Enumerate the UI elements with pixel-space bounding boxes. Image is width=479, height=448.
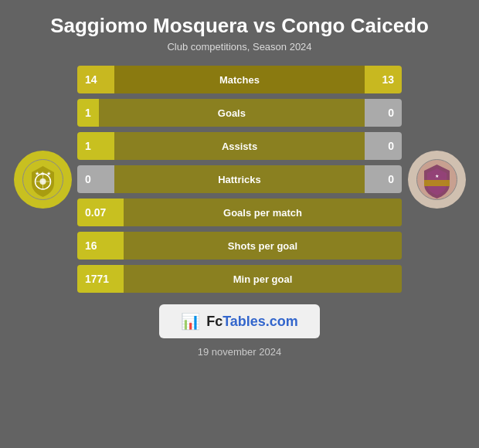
shots-per-goal-value: 16 <box>77 232 124 260</box>
goals-per-match-bar: 0.07 Goals per match <box>77 199 402 226</box>
min-per-goal-label: Min per goal <box>124 265 402 293</box>
svg-rect-7 <box>424 180 450 186</box>
min-per-goal-row: 1771 Min per goal <box>77 264 402 294</box>
goals-left-value: 1 <box>77 99 99 127</box>
goals-per-match-label: Goals per match <box>124 199 402 226</box>
assists-right-value: 0 <box>365 132 402 160</box>
fctables-banner[interactable]: 📊 FcTables.com <box>159 304 320 338</box>
goals-right-value: 0 <box>365 99 402 127</box>
matches-left-value: 14 <box>77 66 114 93</box>
shots-per-goal-bar: 16 Shots per goal <box>77 232 402 260</box>
fctables-text-accent: Tables.com <box>223 314 298 329</box>
fctables-chart-icon: 📊 <box>181 312 200 331</box>
min-per-goal-value: 1771 <box>77 265 124 293</box>
assists-row: 1 Assists 0 <box>77 131 402 161</box>
fctables-label: FcTables.com <box>206 314 298 330</box>
footer-date: 19 november 2024 <box>198 346 281 358</box>
goals-per-match-value: 0.07 <box>77 199 124 226</box>
matches-right-value: 13 <box>365 66 402 93</box>
left-logo-circle: ★ ★ ★ <box>14 151 72 209</box>
stats-area: 14 Matches 13 1 Goals 0 1 Assists 0 <box>77 65 402 294</box>
goals-label: Goals <box>99 99 365 127</box>
page-subtitle: Club competitions, Season 2024 <box>167 41 311 53</box>
goals-per-match-row: 0.07 Goals per match <box>77 198 402 227</box>
assists-bar: 1 Assists 0 <box>77 132 402 160</box>
goals-row: 1 Goals 0 <box>77 98 402 127</box>
main-content-area: ★ ★ ★ 14 Matches 13 1 Goals 0 <box>8 65 471 294</box>
hattricks-bar: 0 Hattricks 0 <box>77 165 402 193</box>
shots-per-goal-row: 16 Shots per goal <box>77 231 402 260</box>
svg-text:★: ★ <box>435 174 439 178</box>
left-team-logo: ★ ★ ★ <box>8 151 77 209</box>
hattricks-left-value: 0 <box>77 165 114 193</box>
right-team-emblem: ★ <box>416 158 458 201</box>
shots-per-goal-label: Shots per goal <box>124 232 402 260</box>
min-per-goal-bar: 1771 Min per goal <box>77 265 402 293</box>
hattricks-label: Hattricks <box>114 165 365 193</box>
matches-bar: 14 Matches 13 <box>77 66 402 93</box>
right-logo-circle: ★ <box>408 151 466 209</box>
hattricks-row: 0 Hattricks 0 <box>77 165 402 194</box>
main-container: Saggiomo Mosquera vs Congo Caicedo Club … <box>0 0 479 448</box>
hattricks-right-value: 0 <box>365 165 402 193</box>
fctables-text-plain: Fc <box>206 314 223 329</box>
page-title: Saggiomo Mosquera vs Congo Caicedo <box>50 14 429 38</box>
assists-left-value: 1 <box>77 132 114 160</box>
left-team-emblem: ★ ★ ★ <box>22 158 64 201</box>
matches-label: Matches <box>114 66 365 93</box>
assists-label: Assists <box>114 132 365 160</box>
matches-row: 14 Matches 13 <box>77 65 402 94</box>
goals-bar: 1 Goals 0 <box>77 99 402 127</box>
right-team-logo: ★ <box>402 151 471 209</box>
svg-text:★ ★ ★: ★ ★ ★ <box>34 171 51 176</box>
